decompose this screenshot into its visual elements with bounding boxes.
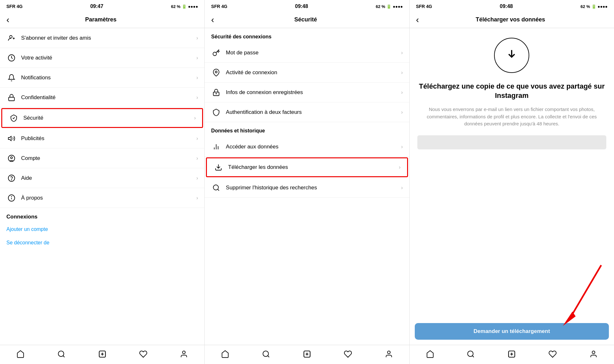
- tab-heart-2[interactable]: [327, 345, 368, 363]
- activity-icon: [6, 54, 17, 62]
- settings-item-compte[interactable]: Compte ›: [0, 148, 204, 168]
- shield2fa-icon: [211, 108, 221, 116]
- tab-plus-3[interactable]: [491, 345, 532, 363]
- demander-telechargement-button[interactable]: Demander un téléchargement: [415, 323, 609, 340]
- securite-label: Sécurité: [23, 115, 194, 121]
- chevron-icon-1: ›: [196, 55, 198, 61]
- bell-icon: [6, 74, 17, 82]
- compte-label: Compte: [21, 155, 196, 162]
- tab-person-2[interactable]: [368, 345, 409, 363]
- settings-item-activiteconnexion[interactable]: Activité de connexion ›: [205, 63, 409, 83]
- motdepasse-label: Mot de passe: [226, 50, 401, 56]
- publicites-label: Publicités: [21, 135, 196, 142]
- back-button-2[interactable]: ‹: [211, 15, 214, 24]
- connexions-header: Connexions: [0, 208, 204, 223]
- svg-point-19: [213, 52, 216, 56]
- notifications-label: Notifications: [21, 75, 196, 81]
- download-desc: Nous vous enverrons par e-mail un lien v…: [417, 106, 606, 128]
- back-button-3[interactable]: ‹: [416, 15, 419, 24]
- email-field-blurred: [417, 135, 606, 149]
- settings-item-sabonner[interactable]: S'abonner et inviter des amis ›: [0, 28, 204, 48]
- settings-item-confidentialite[interactable]: Confidentialité ›: [0, 88, 204, 107]
- status-carrier-3: SFR 4G: [416, 4, 432, 9]
- lock2-icon: [211, 89, 221, 96]
- chevron-icon-5: ›: [196, 136, 198, 141]
- svg-point-43: [592, 351, 595, 354]
- tab-search-2[interactable]: [246, 345, 287, 363]
- settings-item-telecharger[interactable]: Télécharger les données ›: [206, 157, 408, 177]
- settings-item-securite[interactable]: Sécurité ›: [1, 108, 203, 128]
- nav-bar-2: ‹ Sécurité: [205, 12, 409, 28]
- chevron-sec-4: ›: [401, 144, 403, 150]
- signal-2: ●●●●: [393, 4, 403, 9]
- chevron-sec-0: ›: [401, 50, 403, 56]
- lock-icon: [6, 94, 17, 101]
- ajouter-compte-link[interactable]: Ajouter un compte: [0, 223, 204, 236]
- nav-title-2: Sécurité: [217, 16, 394, 23]
- status-time-3: 09:48: [500, 4, 513, 9]
- chevron-icon-6: ›: [196, 155, 198, 161]
- deconnecter-link[interactable]: Se déconnecter de: [0, 236, 204, 249]
- svg-point-34: [387, 351, 390, 354]
- settings-item-2fa[interactable]: Authentification à deux facteurs ›: [205, 102, 409, 122]
- battery-3: 62 % 🔋: [580, 4, 596, 9]
- info-icon: [6, 194, 17, 202]
- nav-bar-3: ‹ Télécharger vos données: [410, 12, 614, 28]
- settings-item-notifications[interactable]: Notifications ›: [0, 68, 204, 88]
- svg-point-7: [11, 157, 12, 159]
- sabonner-label: S'abonner et inviter des amis: [21, 35, 196, 41]
- tab-bar-1: [0, 345, 204, 364]
- settings-item-apropos[interactable]: À propos ›: [0, 188, 204, 208]
- settings-item-publicites[interactable]: Publicités ›: [0, 129, 204, 148]
- tab-home-1[interactable]: [0, 345, 41, 363]
- chevron-icon-2: ›: [196, 75, 198, 81]
- panel-telecharger: SFR 4G 09:48 62 % 🔋 ●●●● ‹ Télécharger v…: [410, 0, 614, 364]
- settings-item-accederdonnees[interactable]: Accéder aux données ›: [205, 137, 409, 157]
- download-circle-icon: [494, 38, 529, 73]
- tab-bar-3: [410, 345, 614, 364]
- confidentialite-label: Confidentialité: [21, 94, 196, 101]
- search-icon: [211, 184, 221, 192]
- settings-item-motdepasse[interactable]: Mot de passe ›: [205, 43, 409, 63]
- tab-plus-1[interactable]: [82, 345, 123, 363]
- tab-search-3[interactable]: [451, 345, 492, 363]
- account-icon: [6, 154, 17, 162]
- panel3-content: Téléchargez une copie de ce que vous ave…: [410, 28, 614, 345]
- security-section-1-title: Sécurité des connexions: [205, 28, 409, 43]
- back-button-1[interactable]: ‹: [6, 15, 9, 24]
- svg-point-18: [183, 351, 185, 354]
- svg-point-8: [8, 175, 15, 181]
- settings-item-infosconnexion[interactable]: Infos de connexion enregistrées ›: [205, 83, 409, 102]
- svg-point-13: [58, 351, 64, 356]
- key-icon: [211, 49, 221, 57]
- chevron-icon-0: ›: [196, 35, 198, 41]
- nav-title-1: Paramètres: [12, 16, 189, 23]
- settings-item-supprimerhistorique[interactable]: Supprimer l'historique des recherches ›: [205, 178, 409, 198]
- settings-item-aide[interactable]: Aide ›: [0, 168, 204, 188]
- nav-title-3: Télécharger vos données: [422, 16, 599, 23]
- chart-icon: [211, 143, 221, 151]
- svg-point-20: [215, 71, 217, 73]
- status-right-2: 62 % 🔋 ●●●●: [376, 4, 403, 9]
- infosconnexion-label: Infos de connexion enregistrées: [226, 89, 401, 96]
- chevron-icon-3: ›: [196, 95, 198, 100]
- status-bar-3: SFR 4G 09:48 62 % 🔋 ●●●●: [410, 0, 614, 12]
- tab-person-3[interactable]: [573, 345, 614, 363]
- tab-home-3[interactable]: [410, 345, 451, 363]
- settings-list-1: S'abonner et inviter des amis › Votre ac…: [0, 28, 204, 345]
- svg-marker-5: [8, 136, 11, 141]
- panel-parametres: SFR 4G 09:47 62 % 🔋 ●●●● ‹ Paramètres S'…: [0, 0, 205, 364]
- svg-line-28: [218, 189, 219, 190]
- chevron-icon-4: ›: [194, 115, 196, 121]
- tab-search-1[interactable]: [41, 345, 82, 363]
- tab-plus-2[interactable]: [287, 345, 327, 363]
- tab-bar-2: [205, 345, 409, 364]
- tab-home-2[interactable]: [205, 345, 246, 363]
- activite-label: Votre activité: [21, 55, 196, 61]
- tab-person-1[interactable]: [163, 345, 204, 363]
- tab-heart-3[interactable]: [532, 345, 573, 363]
- tab-heart-1[interactable]: [123, 345, 164, 363]
- settings-item-activite[interactable]: Votre activité ›: [0, 48, 204, 68]
- panel-securite: SFR 4G 09:48 62 % 🔋 ●●●● ‹ Sécurité Sécu…: [205, 0, 409, 364]
- chevron-sec-6: ›: [401, 185, 403, 191]
